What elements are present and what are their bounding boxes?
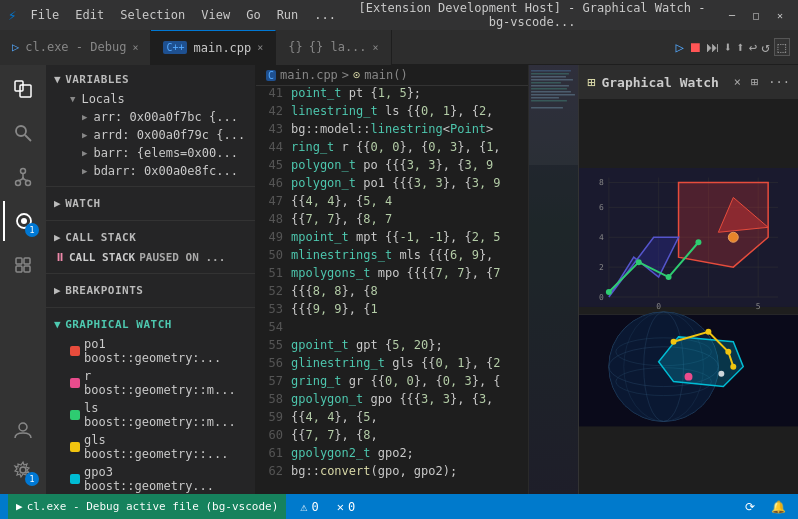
svg-point-69 (718, 371, 724, 377)
code-line-45: 45polygon_t po {{{3, 3}, {3, 9 (256, 158, 528, 176)
activity-git[interactable] (3, 157, 43, 197)
divider-4 (46, 307, 255, 308)
svg-point-5 (16, 181, 21, 186)
vscode-logo: ⚡ (8, 7, 16, 23)
title-bar: ⚡ File Edit Selection View Go Run ... [E… (0, 0, 798, 30)
code-line-47: 47 {{4, 4}, {5, 4 (256, 194, 528, 212)
minimap[interactable] (528, 65, 578, 494)
svg-text:4: 4 (599, 233, 604, 242)
breakpoints-arrow: ▶ (54, 284, 61, 297)
activity-accounts[interactable] (3, 410, 43, 450)
menu-file[interactable]: File (24, 6, 65, 24)
gwatch-visualization: 0 2 4 6 8 0 5 (579, 100, 798, 494)
menu-more[interactable]: ... (308, 6, 342, 24)
activity-debug[interactable]: 1 (3, 201, 43, 241)
code-line-43: 43bg::model::linestring<Point> (256, 122, 528, 140)
divider-2 (46, 220, 255, 221)
svg-point-8 (21, 218, 27, 224)
debug-restart-icon[interactable]: ↩ (749, 39, 757, 55)
gwatch-sidebar-header[interactable]: ▼ GRAPHICAL WATCH (46, 314, 255, 335)
sync-icon: ⟳ (745, 500, 755, 514)
debug-reload-icon[interactable]: ↺ (761, 39, 769, 55)
gwatch-more-btn[interactable]: ··· (768, 75, 790, 89)
code-line-58: 58gpolygon_t gpo {{{3, 3}, {3, (256, 392, 528, 410)
debug-step-over-icon[interactable]: ⏭ (706, 39, 720, 55)
variables-header[interactable]: ▼ VARIABLES (46, 69, 255, 90)
breakpoints-header[interactable]: ▶ BREAKPOINTS (46, 280, 255, 301)
var-bdarr-arrow: ▶ (82, 166, 87, 176)
code-line-59: 59 {{4, 4}, {5, (256, 410, 528, 428)
gwatch-item-po1[interactable]: po1 boost::geometry:... (46, 335, 255, 367)
code-line-54: 54 (256, 320, 528, 338)
status-warnings[interactable]: ⚠ 0 (296, 500, 322, 514)
tab-main-cpp[interactable]: C++ main.cpp × (151, 30, 276, 65)
tab-debug[interactable]: ▷ cl.exe - Debug × (0, 30, 151, 65)
maximize-button[interactable]: □ (746, 5, 766, 25)
var-arr[interactable]: ▶ arr: 0x00a0f7bc {... (46, 108, 255, 126)
gwatch-icon: ⊞ (587, 74, 595, 90)
code-lines: 41point_t pt {1, 5}; 42linestring_t ls {… (256, 86, 528, 482)
menu-selection[interactable]: Selection (114, 6, 191, 24)
callstack-header[interactable]: ▶ CALL STACK (46, 227, 255, 248)
tab-debug-close[interactable]: × (132, 42, 138, 53)
tab-lang[interactable]: {} {} la... × (276, 30, 391, 65)
gwatch-layout-btn[interactable]: ⊞ (751, 75, 758, 89)
menu-go[interactable]: Go (240, 6, 266, 24)
gwatch-close-btn[interactable]: × (734, 75, 741, 89)
debug-step-into-icon[interactable]: ⬇ (724, 39, 732, 55)
paused-on-label: CALL STACK (69, 251, 135, 264)
locals-header[interactable]: ▼ Locals (46, 90, 255, 108)
minimize-button[interactable]: ─ (722, 5, 742, 25)
code-area[interactable]: 41point_t pt {1, 5}; 42linestring_t ls {… (256, 86, 528, 494)
svg-line-3 (25, 135, 31, 141)
svg-text:6: 6 (599, 203, 604, 212)
status-errors[interactable]: ✕ 0 (333, 500, 359, 514)
var-arrd[interactable]: ▶ arrd: 0x00a0f79c {... (46, 126, 255, 144)
svg-point-2 (16, 126, 26, 136)
window-controls: ─ □ ✕ (722, 5, 790, 25)
debug-step-out-icon[interactable]: ⬆ (736, 39, 744, 55)
code-line-41: 41point_t pt {1, 5}; (256, 86, 528, 104)
close-button[interactable]: ✕ (770, 5, 790, 25)
menu-run[interactable]: Run (271, 6, 305, 24)
var-barr[interactable]: ▶ barr: {elems=0x00... (46, 144, 255, 162)
status-right: ⟳ 🔔 (741, 500, 790, 514)
menu-edit[interactable]: Edit (69, 6, 110, 24)
svg-rect-9 (16, 258, 22, 264)
gwatch-item-gpo3[interactable]: gpo3 boost::geometry... (46, 463, 255, 494)
debug-continue-icon[interactable]: ▷ (675, 39, 683, 55)
tab-lang-close[interactable]: × (373, 42, 379, 53)
variables-label: VARIABLES (65, 73, 129, 86)
debug-stop-icon[interactable]: ⏹ (688, 39, 702, 55)
svg-text:5: 5 (756, 302, 761, 311)
editor-breadcrumb: C main.cpp > ⊙ main() (256, 65, 528, 86)
debug-menu-icon[interactable]: ⬚ (774, 38, 790, 56)
gwatch-item-r[interactable]: r boost::geometry::m... (46, 367, 255, 399)
gwatch-label-r: r boost::geometry::m... (84, 369, 247, 397)
activity-bar: 1 1 (0, 65, 46, 494)
gwatch-color-po1 (70, 346, 80, 356)
activity-explorer[interactable] (3, 69, 43, 109)
error-icon: ✕ (337, 500, 344, 514)
activity-extensions[interactable] (3, 245, 43, 285)
var-bdarr[interactable]: ▶ bdarr: 0x00a0e8fc... (46, 162, 255, 180)
svg-point-66 (725, 349, 731, 355)
watch-header[interactable]: ▶ WATCH (46, 193, 255, 214)
activity-search[interactable] (3, 113, 43, 153)
breadcrumb-file[interactable]: main.cpp (280, 68, 338, 82)
activity-settings[interactable]: 1 (3, 450, 43, 490)
status-notify-icon[interactable]: 🔔 (767, 500, 790, 514)
editor: C main.cpp > ⊙ main() 41point_t pt {1, 5… (256, 65, 528, 494)
menu-view[interactable]: View (195, 6, 236, 24)
gwatch-item-gls[interactable]: gls boost::geometry::... (46, 431, 255, 463)
var-barr-label: barr: {elems=0x00... (93, 146, 238, 160)
status-debug-indicator[interactable]: ▶ cl.exe - Debug active file (bg-vscode) (8, 494, 286, 519)
main-area: 1 1 ▼ VARIABLES ▼ Locals (0, 65, 798, 494)
var-arrd-label: arrd: 0x00a0f79c {... (93, 128, 245, 142)
status-sync-icon[interactable]: ⟳ (741, 500, 759, 514)
breadcrumb-func[interactable]: main() (364, 68, 407, 82)
var-arr-label: arr: 0x00a0f7bc {... (93, 110, 238, 124)
gwatch-item-ls[interactable]: ls boost::geometry::m... (46, 399, 255, 431)
tab-main-close[interactable]: × (257, 42, 263, 53)
gwatch-label: GRAPHICAL WATCH (65, 318, 172, 331)
